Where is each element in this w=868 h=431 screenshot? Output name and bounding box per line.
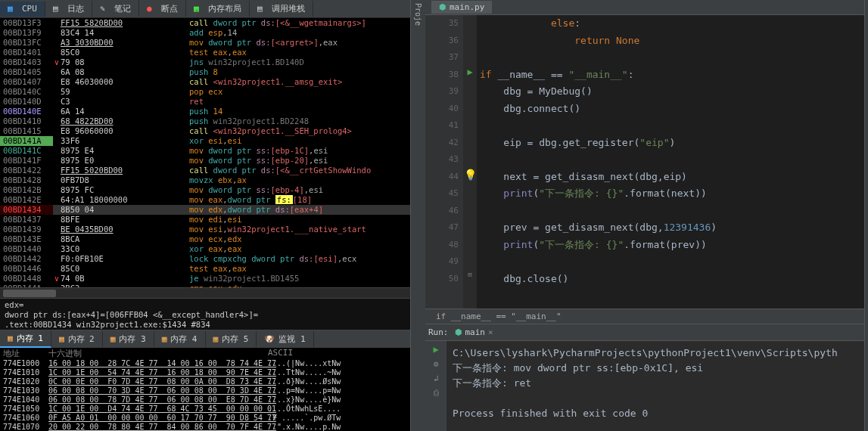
code-editor: 35363738394041424344454647484950 ▶💡⊡ els…: [425, 15, 864, 309]
tab-调用堆栈[interactable]: ▤调用堆栈: [250, 1, 313, 17]
disasm-row[interactable]: 00BD140C59pop ecx: [0, 87, 410, 97]
editor-tabs: ⬢ main.py: [425, 0, 864, 15]
cpu-icon: ▦: [8, 4, 18, 14]
memory-icon: ▦: [8, 333, 13, 343]
run-button[interactable]: ▶: [433, 344, 438, 355]
info-pane: edx=dword ptr ds:[eax+4]=[006FFB04 <&__e…: [0, 298, 410, 330]
run-config-tab[interactable]: main: [465, 327, 486, 337]
run-output: C:\Users\lyshark\PycharmProjects\pythonP…: [446, 341, 864, 431]
disasm-row[interactable]: 00BD141068 4822BD00push win32project1.BD…: [0, 116, 410, 126]
run-gutter-icon[interactable]: ▶: [467, 67, 472, 77]
code-line-37[interactable]: [477, 49, 864, 67]
python-icon: ⬢: [455, 327, 462, 337]
disasm-row[interactable]: 00BD1415E8 96060000call <win32project1._…: [0, 126, 410, 136]
code-line-40[interactable]: dbg.connect(): [477, 101, 864, 118]
fold-icon[interactable]: ⊡: [468, 271, 471, 278]
code-body[interactable]: else: return None if __name__ == "__main…: [477, 15, 864, 309]
code-line-50[interactable]: dbg.close(): [477, 271, 864, 288]
disasm-row[interactable]: 00BD14348B50 04mov edx,dword ptr ds:[eax…: [0, 205, 410, 215]
code-line-49[interactable]: [477, 253, 864, 271]
bp-icon: ●: [147, 4, 157, 14]
mem-tab-5[interactable]: 🐶监视 1: [257, 331, 313, 347]
disasm-row[interactable]: 00BD1448∨74 0Bje win32project1.BD1455: [0, 274, 410, 284]
side-strip-right: [864, 0, 868, 431]
disasm-row[interactable]: 00BD1403∨79 08jns win32project1.BD140D: [0, 57, 410, 67]
code-line-47[interactable]: prev = get_disasm_next(dbg,12391436): [477, 219, 864, 237]
disasm-row[interactable]: 00BD144685C0test eax,eax: [0, 264, 410, 274]
tab-CPU[interactable]: ▦CPU: [0, 2, 45, 17]
disasm-row[interactable]: 00BD140185C0test eax,eax: [0, 48, 410, 57]
side-strip-left: Proje: [410, 0, 425, 431]
code-line-43[interactable]: [477, 151, 864, 169]
disasm-row[interactable]: 00BD142B8975 FCmov dword ptr ss:[ebp-4],…: [0, 185, 410, 195]
hex-row[interactable]: 774E104006 00 08 00 78 7D 4E 77 06 00 08…: [0, 395, 410, 405]
tab-断点[interactable]: ●断点: [139, 1, 186, 17]
log-icon: ▤: [53, 4, 64, 14]
disasm-row[interactable]: 00BD14056A 08push 8: [0, 67, 410, 77]
disasm-row[interactable]: 00BD1442F0:0FB10Elock cmpxchg dword ptr …: [0, 254, 410, 264]
code-line-46[interactable]: [477, 203, 864, 220]
tab-日志[interactable]: ▤日志: [45, 1, 92, 17]
tab-内存布局[interactable]: ▦内存布局: [186, 1, 250, 17]
hex-row[interactable]: 774E103006 00 08 00 70 3D 4E 77 06 00 08…: [0, 386, 410, 395]
settings-icon[interactable]: ⚙: [434, 359, 439, 369]
fold-column: ▶💡⊡: [463, 15, 477, 309]
memory-icon: ▦: [110, 334, 116, 344]
close-icon[interactable]: ×: [488, 327, 493, 337]
memory-icon: ▦: [162, 334, 167, 344]
disasm-row[interactable]: 00BD144033C0xor eax,eax: [0, 244, 410, 254]
hex-view: 地址十六进制ASCII 774E100016 00 18 00 28 7C 4E…: [0, 348, 410, 431]
hex-row[interactable]: 774E10101C 00 1E 00 54 74 4E 77 16 00 18…: [0, 368, 410, 377]
disassembly-view: 00BD13F3FF15 5820BD00call dword ptr ds:[…: [0, 18, 410, 287]
disasm-row[interactable]: 00BD1407E8 46030000call <win32project1._…: [0, 77, 410, 87]
disasm-row[interactable]: 00BD14378BFEmov edi,esi: [0, 215, 410, 225]
scrollbar-horizontal[interactable]: [0, 287, 410, 298]
mem-tab-4[interactable]: ▦内存 5: [206, 331, 257, 347]
code-line-41[interactable]: [477, 117, 864, 135]
disasm-row[interactable]: 00BD141A33F6xor esi,esi: [0, 136, 410, 146]
hex-row[interactable]: 774E107020 00 22 00 78 80 4E 77 84 00 86…: [0, 423, 410, 431]
file-tab-main[interactable]: ⬢ main.py: [431, 1, 492, 14]
hex-row[interactable]: 774E100016 00 18 00 28 7C 4E 77 14 00 16…: [0, 359, 410, 368]
line-gutter: 35363738394041424344454647484950: [425, 15, 463, 309]
mem-tab-3[interactable]: ▦内存 4: [154, 331, 206, 347]
code-line-48[interactable]: print("下一条指令: {}".format(prev)): [477, 237, 864, 254]
code-line-38[interactable]: if __name__ == "__main__":: [477, 67, 864, 84]
wrap-icon[interactable]: ↲: [434, 374, 439, 383]
code-line-42[interactable]: eip = dbg.get_register("eip"): [477, 135, 864, 152]
disasm-row[interactable]: 00BD141F8975 E0mov dword ptr ss:[ebp-20]…: [0, 156, 410, 166]
memory-icon: ▦: [213, 334, 219, 344]
disasm-row[interactable]: 00BD140E6A 14push 14: [0, 107, 410, 116]
disasm-row[interactable]: 00BD14280FB7D8movzx ebx,ax: [0, 175, 410, 185]
code-line-45[interactable]: print("下一条指令: {}".format(next)): [477, 185, 864, 203]
debugger-toolbar: ▦CPU▤日志✎笔记●断点▦内存布局▤调用堆栈: [0, 0, 410, 18]
memory-icon: ▦: [59, 334, 64, 344]
code-line-35[interactable]: else:: [477, 15, 864, 33]
hex-row[interactable]: 774E10200C 00 0E 00 F0 7D 4E 77 08 00 0A…: [0, 377, 410, 386]
memory-icon: 🐶: [264, 334, 275, 344]
disasm-row[interactable]: 00BD141C8975 E4mov dword ptr ss:[ebp-1C]…: [0, 146, 410, 156]
disasm-row[interactable]: 00BD1439BE 0435BD00mov esi,win32project1…: [0, 225, 410, 234]
project-tool-button[interactable]: Proje: [414, 3, 422, 26]
tab-笔记[interactable]: ✎笔记: [92, 1, 139, 17]
disasm-row[interactable]: 00BD143E8BCAmov ecx,edx: [0, 234, 410, 244]
disasm-row[interactable]: 00BD13F983C4 14add esp,14: [0, 28, 410, 38]
mem-tab-0[interactable]: ▦内存 1: [0, 330, 51, 348]
mem-tab-1[interactable]: ▦内存 2: [51, 331, 103, 347]
code-line-44[interactable]: next = get_disasm_next(dbg,eip): [477, 169, 864, 186]
disasm-row[interactable]: 00BD140DC3ret: [0, 97, 410, 107]
disasm-row[interactable]: 00BD13F3FF15 5820BD00call dword ptr ds:[…: [0, 18, 410, 28]
hex-row[interactable]: 774E10501C 00 1E 00 D4 74 4E 77 68 4C 73…: [0, 405, 410, 414]
disasm-row[interactable]: 00BD1422FF15 5020BD00call dword ptr ds:[…: [0, 166, 410, 175]
print-icon[interactable]: ⎙: [434, 388, 439, 398]
code-line-36[interactable]: return None: [477, 33, 864, 50]
hex-row[interactable]: 774E10600F A5 A0 01 00 00 00 00 60 17 70…: [0, 414, 410, 423]
breadcrumb-bar: if __name__ == "__main__": [425, 309, 864, 324]
mem-tab-2[interactable]: ▦内存 3: [103, 331, 154, 347]
disasm-row[interactable]: 00BD13FCA3 3030BD00mov dword ptr ds:[<ar…: [0, 38, 410, 48]
mem-icon: ▦: [194, 4, 204, 14]
disasm-row[interactable]: 00BD142E64:A1 18000000mov eax,dword ptr …: [0, 195, 410, 205]
code-line-39[interactable]: dbg = MyDebug(): [477, 83, 864, 101]
bulb-icon[interactable]: 💡: [464, 169, 477, 181]
python-icon: ⬢: [439, 2, 446, 12]
